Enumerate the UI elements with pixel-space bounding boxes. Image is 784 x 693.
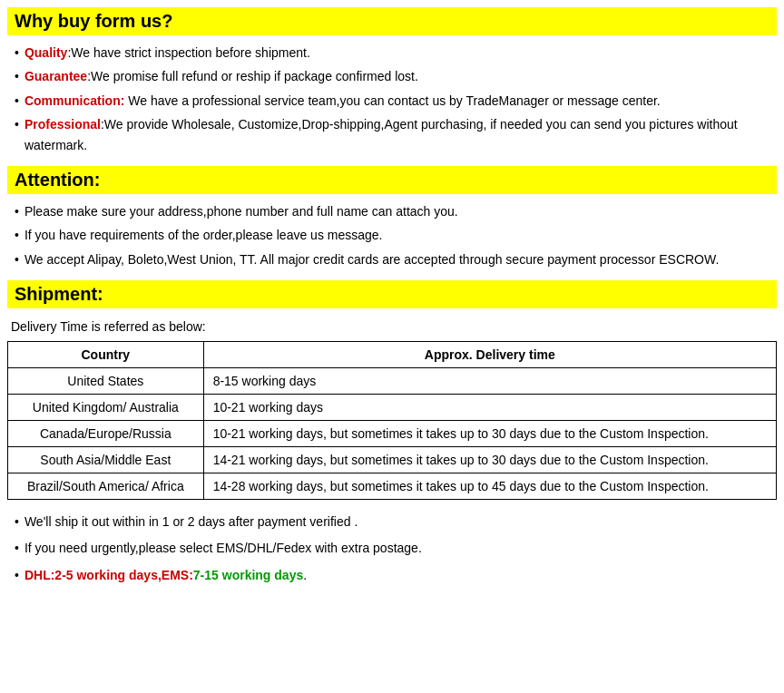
att-dot-1: • xyxy=(15,201,19,221)
foot-text-1: We'll ship it out within in 1 or 2 days … xyxy=(24,511,358,533)
bullet-dot-1: • xyxy=(15,43,19,63)
guarantee-label: Guarantee xyxy=(24,69,87,83)
bullet-communication: • Communication: We have a professional … xyxy=(11,91,773,111)
bullet-professional-text: Professional:We provide Wholesale, Custo… xyxy=(24,114,773,155)
why-buy-header: Why buy form us? xyxy=(7,7,777,35)
country-sa-me: South Asia/Middle East xyxy=(8,447,204,473)
bullet-professional: • Professional:We provide Wholesale, Cus… xyxy=(11,114,773,155)
dhl-days: 2-5 working days xyxy=(54,568,158,582)
col-country: Country xyxy=(8,342,204,368)
bullet-quality-text: Quality:We have strict inspection before… xyxy=(24,43,310,63)
attention-bullet-3: • We accept Alipay, Boleto,West Union, T… xyxy=(11,249,773,269)
guarantee-text: :We promise full refund or reship if pac… xyxy=(87,69,418,83)
shipment-footer: • We'll ship it out within in 1 or 2 day… xyxy=(7,507,777,594)
professional-label: Professional xyxy=(24,117,101,132)
attention-bullet-1: • Please make sure your address,phone nu… xyxy=(11,201,773,221)
communication-text: We have a professional service team,you … xyxy=(124,93,660,108)
foot-dot-1: • xyxy=(15,511,19,533)
dhl-comma: ,EMS: xyxy=(158,568,193,582)
foot-text-3: DHL:2-5 working days,EMS:7-15 working da… xyxy=(24,564,307,587)
bullet-dot-2: • xyxy=(15,66,19,86)
dhl-label: DHL: xyxy=(24,568,54,582)
attention-bullet-2: • If you have requirements of the order,… xyxy=(11,225,773,245)
foot-dot-2: • xyxy=(15,537,19,560)
footer-bullet-3: • DHL:2-5 working days,EMS:7-15 working … xyxy=(11,564,773,587)
delivery-sa-me: 14-21 working days, but sometimes it tak… xyxy=(203,447,776,473)
shipment-section: Shipment: Delivery Time is referred as b… xyxy=(7,280,777,594)
att-dot-3: • xyxy=(15,249,19,269)
country-us: United States xyxy=(8,368,204,395)
foot-text-2: If you need urgently,please select EMS/D… xyxy=(24,537,422,560)
shipment-title: Shipment: xyxy=(15,284,769,305)
bullet-communication-text: Communication: We have a professional se… xyxy=(24,91,661,111)
att-text-1: Please make sure your address,phone numb… xyxy=(24,201,458,221)
professional-text: :We provide Wholesale, Customize,Drop-sh… xyxy=(24,117,738,151)
delivery-table: Country Approx. Delivery time United Sta… xyxy=(7,341,777,500)
table-body: United States 8-15 working days United K… xyxy=(8,368,777,500)
bullet-guarantee: • Guarantee:We promise full refund or re… xyxy=(11,66,773,86)
why-buy-title: Why buy form us? xyxy=(15,11,769,32)
table-header-row: Country Approx. Delivery time xyxy=(8,342,777,368)
country-br-sa-af: Brazil/South America/ Africa xyxy=(8,473,204,500)
att-dot-2: • xyxy=(15,225,19,245)
bullet-dot-4: • xyxy=(15,114,19,134)
attention-title: Attention: xyxy=(15,170,769,190)
bullet-dot-3: • xyxy=(15,91,19,111)
table-row: United States 8-15 working days xyxy=(8,368,777,395)
communication-label: Communication: xyxy=(24,93,124,108)
foot-dot-3: • xyxy=(15,564,19,587)
bullet-quality: • Quality:We have strict inspection befo… xyxy=(11,43,773,63)
ems-days: 7-15 working days xyxy=(193,568,303,582)
attention-header: Attention: xyxy=(7,166,777,194)
delivery-ca-eu-ru: 10-21 working days, but sometimes it tak… xyxy=(203,421,776,447)
footer-bullet-2: • If you need urgently,please select EMS… xyxy=(11,537,773,560)
quality-label: Quality xyxy=(24,45,67,60)
delivery-us: 8-15 working days xyxy=(203,368,776,395)
period: . xyxy=(303,568,307,582)
country-uk-au: United Kingdom/ Australia xyxy=(8,395,204,421)
footer-bullet-1: • We'll ship it out within in 1 or 2 day… xyxy=(11,511,773,533)
table-row: South Asia/Middle East 14-21 working day… xyxy=(8,447,777,473)
delivery-uk-au: 10-21 working days xyxy=(203,395,776,421)
table-row: United Kingdom/ Australia 10-21 working … xyxy=(8,395,777,421)
why-buy-section: Why buy form us? • Quality:We have stric… xyxy=(7,7,777,155)
shipment-intro: Delivery Time is referred as below: xyxy=(7,316,777,341)
why-buy-content: • Quality:We have strict inspection befo… xyxy=(7,43,777,155)
att-text-2: If you have requirements of the order,pl… xyxy=(24,225,383,245)
delivery-intro-text: Delivery Time is referred as below: xyxy=(11,319,206,334)
attention-content: • Please make sure your address,phone nu… xyxy=(7,201,777,269)
country-ca-eu-ru: Canada/Europe/Russia xyxy=(8,421,204,447)
bullet-guarantee-text: Guarantee:We promise full refund or resh… xyxy=(24,66,418,86)
delivery-br-sa-af: 14-28 working days, but sometimes it tak… xyxy=(203,473,776,500)
attention-section: Attention: • Please make sure your addre… xyxy=(7,166,777,269)
shipment-header: Shipment: xyxy=(7,280,777,308)
quality-text: :We have strict inspection before shipme… xyxy=(67,45,309,60)
att-text-3: We accept Alipay, Boleto,West Union, TT.… xyxy=(24,249,719,269)
table-row: Canada/Europe/Russia 10-21 working days,… xyxy=(8,421,777,447)
table-row: Brazil/South America/ Africa 14-28 worki… xyxy=(8,473,777,500)
col-delivery: Approx. Delivery time xyxy=(203,342,776,368)
